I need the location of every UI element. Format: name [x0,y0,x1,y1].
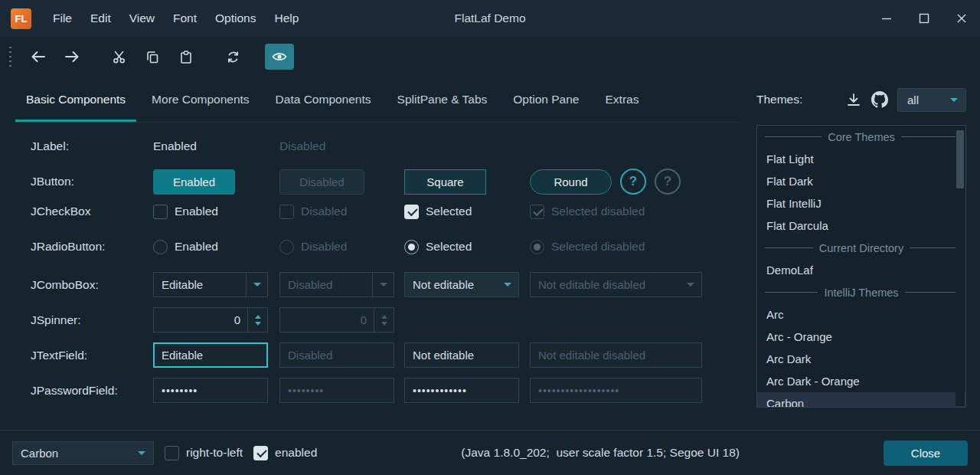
theme-item-carbon-selected[interactable]: Carbon [757,392,965,408]
menu-file[interactable]: File [44,0,81,37]
right-to-left-checkbox[interactable]: right-to-left [165,446,243,460]
disabled-button: Disabled [279,169,364,195]
laf-combobox[interactable]: Carbon [12,441,154,465]
passwordfield-not-editable-disabled: •••••••••••••••••• [530,378,702,403]
theme-item-flat-light[interactable]: Flat Light [757,148,965,170]
app-logo: FL [11,8,31,29]
cut-icon [113,51,126,64]
enabled-button[interactable]: Enabled [153,169,235,195]
basic-components-panel: JLabel: Enabled Disabled JButton: Enable… [0,129,739,411]
radio-selected[interactable]: Selected [404,240,530,254]
checkbox-selected[interactable]: Selected [404,205,530,219]
radio-icon [279,240,294,254]
menu-font[interactable]: Font [164,0,206,37]
theme-item-arc-orange[interactable]: Arc - Orange [757,326,965,348]
round-button[interactable]: Round [530,169,612,195]
square-button[interactable]: Square [404,169,486,195]
menu-edit[interactable]: Edit [81,0,120,37]
theme-item-arc-dark-orange[interactable]: Arc Dark - Orange [757,370,965,392]
themes-header: Themes: all [756,77,966,123]
enabled-checkbox[interactable]: enabled [253,446,317,460]
spinner-buttons[interactable] [247,308,267,332]
jspinner-row: JSpinner: 0 0 [0,305,739,340]
tab-more-components[interactable]: More Components [141,77,260,122]
combobox-not-editable[interactable]: Not editable [404,272,519,297]
chevron-down-icon [380,283,387,287]
checkbox-checked-icon [404,205,419,219]
minimize-button[interactable] [867,0,905,37]
tab-option-pane[interactable]: Option Pane [502,77,590,122]
textfield-editable[interactable]: Editable [153,342,268,368]
theme-item-demolaf[interactable]: DemoLaf [757,259,965,281]
passwordfield-disabled: •••••••• [279,378,394,403]
forward-button[interactable] [57,44,87,70]
theme-item-flat-darcula[interactable]: Flat Darcula [757,215,965,237]
download-theme-button[interactable] [841,87,867,112]
combobox-not-editable-disabled: Not editable disabled [530,272,702,297]
maximize-button[interactable] [905,0,942,37]
spinner-down-icon [255,322,261,326]
refresh-icon [227,51,240,64]
spinner-value[interactable]: 0 [154,308,247,332]
themes-scrollbar[interactable] [956,126,965,406]
theme-item-flat-dark[interactable]: Flat Dark [757,170,965,192]
cut-button[interactable] [104,44,133,70]
chevron-down-icon [687,283,694,287]
jbutton-row: JButton: Enabled Disabled Square Round ?… [0,164,739,199]
download-icon [847,93,861,106]
close-button[interactable]: Close [884,441,968,466]
tab-splitpane-tabs[interactable]: SplitPane & Tabs [387,77,498,122]
scrollbar-thumb[interactable] [956,130,964,188]
combobox-value: Editable [154,278,246,291]
copy-button[interactable] [138,44,167,70]
github-button[interactable] [867,87,893,112]
spinner-value: 0 [280,308,374,332]
spinner-enabled[interactable]: 0 [153,307,268,332]
show-hidden-toggle[interactable] [265,44,294,70]
environment-info: (Java 1.8.0_202; user scale factor 1.5; … [328,446,873,460]
tab-basic-components[interactable]: Basic Components [15,77,136,122]
checkbox-label: Selected disabled [551,205,645,218]
help-button-disabled: ? [655,169,681,195]
back-button[interactable] [24,44,53,70]
radio-enabled[interactable]: Enabled [153,240,279,254]
radio-selected-icon [404,240,419,254]
close-window-button[interactable] [942,0,980,37]
menu-view[interactable]: View [120,0,164,37]
checkbox-icon [279,205,294,219]
toolbar-grip[interactable] [9,47,11,67]
jcheckbox-row: JCheckBox Enabled Disabled Selected Sele… [0,199,739,234]
radio-label: Enabled [175,240,218,254]
chevron-down-icon [504,283,511,287]
menu-options[interactable]: Options [206,0,265,37]
row-label-jcombobox: JComboBox: [31,278,153,292]
radio-icon [153,240,168,254]
tab-data-components[interactable]: Data Components [265,77,382,122]
tab-extras[interactable]: Extras [595,77,650,122]
combobox-editable[interactable]: Editable [153,272,268,297]
textfield-not-editable[interactable]: Not editable [404,342,519,368]
jradiobutton-row: JRadioButton: Enabled Disabled Selected … [0,234,739,270]
themes-label: Themes: [756,93,802,106]
combobox-arrow-button [372,273,394,296]
menu-help[interactable]: Help [265,0,308,37]
row-label-jspinner: JSpinner: [31,313,153,327]
theme-item-arc[interactable]: Arc [757,303,965,326]
copy-icon [146,51,159,64]
passwordfield-not-editable[interactable]: •••••••••••• [404,378,519,403]
combobox-arrow-button[interactable] [497,273,518,296]
help-button[interactable]: ? [620,169,646,195]
checkbox-enabled[interactable]: Enabled [153,205,279,219]
checkbox-label: right-to-left [186,446,243,460]
theme-item-arc-dark[interactable]: Arc Dark [757,348,965,370]
chevron-down-icon [253,283,261,287]
paste-button[interactable] [172,44,201,70]
combobox-arrow-button[interactable] [246,273,267,296]
theme-item-flat-intellij[interactable]: Flat IntelliJ [757,192,965,215]
theme-filter-combobox[interactable]: all [897,88,966,112]
row-label-jpasswordfield: JPasswordField: [31,384,153,398]
refresh-button[interactable] [218,44,247,70]
separator-label: IntelliJ Themes [824,287,898,299]
passwordfield-editable[interactable]: •••••••• [153,378,268,403]
combobox-disabled: Disabled [279,272,394,297]
